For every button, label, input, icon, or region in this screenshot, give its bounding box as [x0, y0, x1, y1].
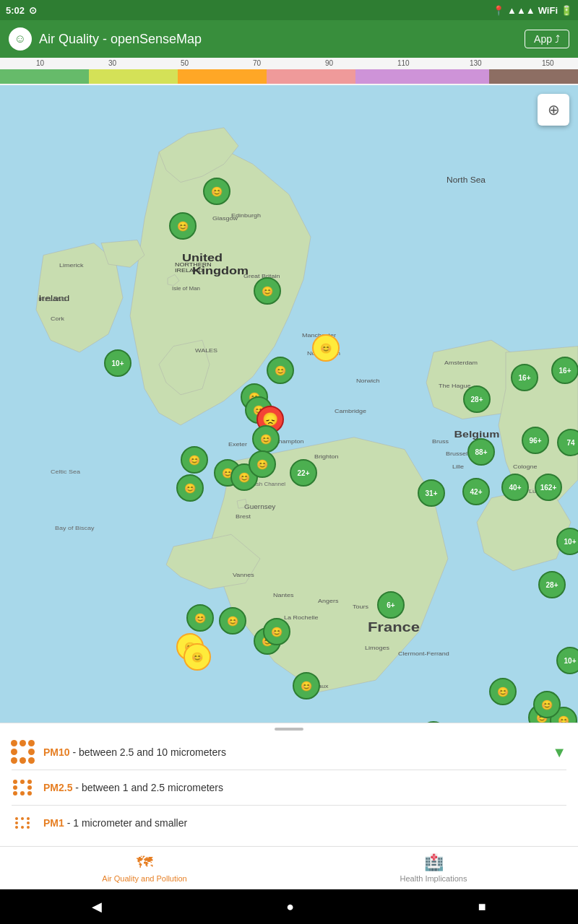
marker-brest-1[interactable]: 😊: [186, 604, 214, 632]
back-button[interactable]: ◀: [77, 893, 116, 920]
marker-wales[interactable]: 😊: [181, 446, 208, 474]
scale-seg-unhealthy-sensitive: [178, 69, 267, 84]
scale-num-130: 130: [470, 59, 482, 67]
android-nav: ◀ ● ■: [0, 889, 578, 924]
marker-france-e1[interactable]: 😊: [489, 678, 517, 705]
marker-uk-mid5[interactable]: 😊: [249, 450, 276, 478]
pm1-text: PM1 - 1 micrometer and smaller: [43, 817, 566, 829]
marker-ireland-west[interactable]: 10+: [104, 349, 131, 377]
svg-text:Vannes: Vannes: [233, 572, 254, 578]
scale-num-70: 70: [253, 59, 261, 67]
svg-text:Lille: Lille: [452, 463, 464, 470]
legend-list: PM10 - between 2.5 and 10 micrometers ▼: [0, 732, 578, 846]
marker-amsterdam-28[interactable]: 28+: [463, 385, 491, 413]
svg-text:Amsterdam: Amsterdam: [444, 359, 478, 366]
status-time: 5:02: [6, 5, 25, 16]
map-icon: 🗺: [137, 853, 152, 872]
app-title: Air Quality - openSenseMap: [39, 32, 202, 47]
status-bar: 5:02 ⊙ 📍 ▲▲▲ WiFi 🔋: [0, 0, 578, 20]
svg-text:Guernsey: Guernsey: [244, 504, 276, 510]
svg-text:IRELAND: IRELAND: [38, 295, 66, 302]
scale-num-10: 10: [36, 59, 44, 67]
pm10-expand-icon[interactable]: ▼: [552, 744, 566, 761]
crosshair-icon: ⊕: [548, 101, 560, 118]
marker-hague-88[interactable]: 88+: [467, 438, 495, 466]
pm25-text: PM2.5 - between 1 and 2.5 micrometers: [43, 782, 566, 793]
app-button-label: App: [534, 33, 552, 45]
location-icon: 📍: [493, 5, 504, 16]
legend-item-pm1: PM1 - 1 micrometer and smaller: [12, 807, 566, 839]
scale-seg-very-unhealthy: [355, 69, 489, 84]
home-button[interactable]: ●: [272, 894, 309, 920]
svg-text:Angers: Angers: [318, 598, 338, 604]
divider-2: [12, 805, 566, 806]
svg-text:Bay of Biscay: Bay of Biscay: [55, 524, 95, 531]
scale-num-110: 110: [397, 59, 410, 67]
marker-yellow-1[interactable]: 😊: [312, 334, 340, 362]
battery-icon: 🔋: [561, 5, 572, 16]
marker-uk-mid1[interactable]: 😊: [267, 357, 294, 384]
signal-icon: ▲▲▲: [507, 5, 535, 16]
svg-text:Belgium: Belgium: [454, 429, 499, 440]
svg-text:Celtic Sea: Celtic Sea: [51, 468, 80, 475]
svg-text:IRELAND: IRELAND: [175, 267, 203, 274]
drag-bar: [275, 728, 303, 731]
legend-item-pm25: PM2.5 - between 1 and 2.5 micrometers: [12, 772, 566, 803]
scale-num-90: 90: [325, 59, 333, 67]
app-button[interactable]: App ⤴: [525, 30, 569, 48]
location-button[interactable]: ⊕: [538, 94, 569, 126]
pm1-icon: [12, 811, 35, 834]
drag-handle[interactable]: [0, 723, 578, 732]
pm10-icon: [12, 741, 35, 764]
svg-text:North Sea: North Sea: [447, 175, 486, 183]
marker-edinburgh[interactable]: 😊: [254, 277, 281, 305]
svg-text:The Hague: The Hague: [439, 383, 471, 389]
app-logo: ☺: [9, 27, 32, 51]
marker-nantes-area[interactable]: 😊: [293, 672, 320, 699]
tab-health-label: Health Implications: [400, 874, 467, 883]
scale-seg-good: [0, 69, 89, 84]
tab-quality[interactable]: 🗺 Air Quality and Pollution: [0, 847, 289, 889]
marker-lux-28[interactable]: 28+: [538, 571, 566, 598]
marker-brussels-31[interactable]: 31+: [418, 479, 445, 507]
svg-text:Nantes: Nantes: [273, 592, 293, 598]
divider-1: [12, 770, 566, 770]
marker-ne-96[interactable]: 96+: [522, 427, 549, 454]
top-bar: ☺ Air Quality - openSenseMap App ⤴: [0, 20, 578, 58]
marker-brittany-2[interactable]: 😊: [263, 618, 290, 645]
svg-text:Cork: Cork: [51, 315, 65, 322]
scale-colors: [0, 69, 578, 84]
marker-uk-north[interactable]: 😊: [203, 178, 230, 205]
marker-france-e4[interactable]: 😊: [533, 691, 561, 718]
legend-item-pm10: PM10 - between 2.5 and 10 micrometers ▼: [12, 736, 566, 768]
marker-uk-mid4[interactable]: 😊: [252, 425, 280, 453]
svg-text:Limoges: Limoges: [365, 645, 389, 651]
svg-text:Isle of Man: Isle of Man: [172, 286, 200, 292]
svg-text:Exeter: Exeter: [228, 441, 247, 448]
marker-glasgow[interactable]: 😊: [169, 212, 197, 240]
marker-cologne-40[interactable]: 40+: [501, 474, 529, 501]
recent-button[interactable]: ■: [464, 894, 501, 920]
marker-wales-sw[interactable]: 😊: [176, 474, 204, 502]
svg-text:Tours: Tours: [353, 603, 368, 610]
map-container[interactable]: United Kingdom Ireland France Belgium No…: [0, 85, 578, 723]
tab-health[interactable]: 🏥 Health Implications: [289, 847, 578, 889]
marker-ne-10c[interactable]: 10+: [556, 647, 578, 674]
marker-channel-6[interactable]: 6+: [377, 591, 405, 619]
marker-ne-16a[interactable]: 16+: [511, 364, 538, 391]
marker-uk-se[interactable]: 22+: [290, 459, 317, 487]
scale-num-150: 150: [542, 59, 554, 67]
svg-text:Cambridge: Cambridge: [335, 408, 366, 414]
scale-bar: 10 30 50 70 90 110 130 150: [0, 58, 578, 85]
marker-ne-16b[interactable]: 16+: [551, 357, 578, 384]
svg-text:Edinburgh: Edinburgh: [231, 212, 261, 219]
wifi-icon: WiFi: [538, 5, 558, 16]
marker-brest-y2[interactable]: 😊: [184, 643, 211, 671]
svg-text:Bruss: Bruss: [432, 438, 449, 445]
bottom-nav: 🗺 Air Quality and Pollution 🏥 Health Imp…: [0, 846, 578, 889]
marker-ne-162[interactable]: 162+: [535, 474, 562, 501]
marker-brussels-42[interactable]: 42+: [462, 478, 490, 505]
scale-seg-moderate: [89, 69, 178, 84]
marker-brest-2[interactable]: 😊: [219, 607, 246, 635]
marker-ne-10b[interactable]: 10+: [556, 528, 578, 555]
